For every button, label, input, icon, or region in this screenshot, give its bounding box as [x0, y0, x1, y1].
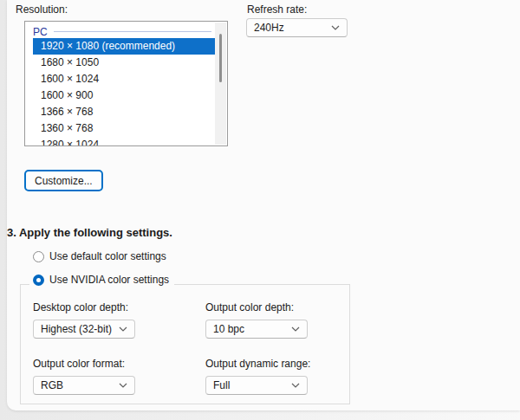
output-dynamic-range-label: Output dynamic range:	[205, 358, 310, 370]
radio-selected-icon[interactable]	[33, 275, 44, 286]
radio-default-label: Use default color settings	[49, 250, 166, 262]
chevron-down-icon	[119, 326, 127, 332]
resolution-group-label: PC	[33, 26, 48, 38]
group-header-rule	[54, 31, 211, 32]
output-color-format-label: Output color format:	[33, 358, 125, 370]
output-dynamic-range-value: Full	[213, 379, 230, 391]
refresh-rate-label: Refresh rate:	[247, 3, 307, 16]
chevron-down-icon	[331, 25, 340, 30]
resolution-item[interactable]: 1280 × 1024	[33, 137, 215, 146]
desktop-color-depth-label: Desktop color depth:	[33, 301, 128, 313]
chevron-down-icon	[119, 383, 127, 388]
content-panel: Resolution: PC 1920 × 1080 (recommended)…	[7, 0, 520, 410]
desktop-color-depth-dropdown[interactable]: Highest (32-bit)	[33, 320, 135, 339]
resolution-group-header: PC	[33, 25, 213, 38]
scrollbar-thumb[interactable]	[219, 34, 222, 82]
resolution-item-selected[interactable]: 1920 × 1080 (recommended)	[33, 38, 215, 55]
output-color-depth-label: Output color depth:	[205, 301, 294, 313]
scrollbar-track[interactable]	[215, 23, 226, 145]
output-color-depth-dropdown[interactable]: 10 bpc	[205, 320, 308, 339]
output-color-format-value: RGB	[41, 379, 63, 391]
customize-button[interactable]: Customize...	[24, 170, 103, 191]
apply-settings-heading: 3. Apply the following settings.	[7, 226, 172, 239]
output-dynamic-range-dropdown[interactable]: Full	[205, 376, 308, 395]
chevron-down-icon	[291, 326, 300, 332]
resolution-item[interactable]: 1366 × 768	[33, 104, 215, 120]
resolution-listbox[interactable]: PC 1920 × 1080 (recommended) 1680 × 1050…	[24, 21, 228, 146]
resolution-item[interactable]: 1360 × 768	[33, 120, 215, 137]
chevron-down-icon	[291, 383, 300, 388]
resolution-label: Resolution:	[16, 3, 68, 16]
resolution-item[interactable]: 1600 × 900	[33, 87, 215, 104]
output-color-format-dropdown[interactable]: RGB	[33, 376, 135, 395]
radio-nvidia-label: Use NVIDIA color settings	[49, 274, 169, 286]
radio-nvidia-color-settings[interactable]: Use NVIDIA color settings	[29, 274, 174, 286]
radio-unselected-icon[interactable]	[33, 251, 44, 262]
resolution-item[interactable]: 1680 × 1050	[33, 55, 215, 71]
refresh-rate-value: 240Hz	[254, 22, 284, 34]
refresh-rate-dropdown[interactable]: 240Hz	[246, 18, 348, 37]
resolution-item[interactable]: 1600 × 1024	[33, 71, 215, 87]
radio-default-color-settings[interactable]: Use default color settings	[33, 250, 166, 262]
desktop-color-depth-value: Highest (32-bit)	[41, 323, 112, 335]
output-color-depth-value: 10 bpc	[213, 323, 244, 335]
